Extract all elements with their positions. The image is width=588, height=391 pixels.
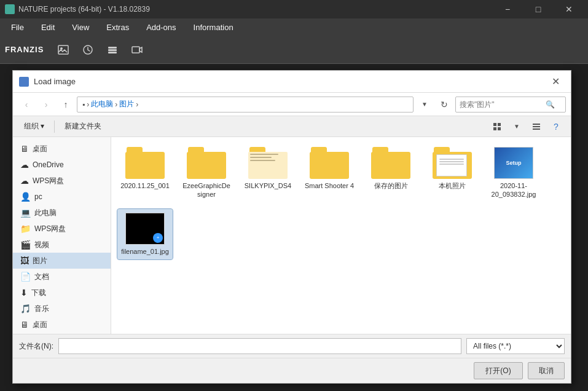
path-segment-root: ▪ [82,100,85,109]
sidebar-item-onedrive[interactable]: ☁ OneDrive [13,157,111,173]
file-toolbar: 组织 ▾ 新建文件夹 ▼ [13,116,571,137]
dialog-close-button[interactable]: ✕ [546,73,565,91]
addressbar: ‹ › ↑ ▪ › 此电脑 › 图片 › ▼ ↻ 🔍 [13,93,571,116]
file-name-label: 保存的图片 [374,181,408,190]
list-item[interactable]: SILKYPIX_DS4 [240,143,296,203]
dialog-title-label: Load image [34,77,546,86]
menu-information[interactable]: Information [185,20,242,34]
video-icon: 🎬 [20,240,31,250]
search-icon[interactable]: 🔍 [546,100,555,109]
svg-rect-3 [108,47,117,49]
sidebar-desktop-label: 桌面 [33,144,47,154]
list-item[interactable]: + filename_01.jpg [117,209,173,259]
file-name-label: EzeeGraphicDesigner [181,181,232,199]
svg-rect-8 [498,123,501,126]
view-dropdown-button[interactable]: ▼ [508,118,525,135]
sidebar-item-this-pc[interactable]: 💻 此电脑 [13,205,111,221]
titlebar: NATURE projects (64-bit) - V1.18.02839 −… [0,0,588,18]
svg-rect-12 [533,126,540,127]
this-pc-icon: 💻 [20,208,31,218]
sidebar-item-documents[interactable]: 📄 文档 [13,269,111,285]
wps-cloud-icon: ☁ [20,176,29,186]
wps-disk-icon: 📁 [20,224,31,234]
address-path[interactable]: ▪ › 此电脑 › 图片 › [77,97,414,113]
dialog-titlebar: Load image ✕ [13,71,571,93]
folder-body [187,152,226,179]
sidebar-music-label: 音乐 [34,304,49,314]
dialog-bottom-filename: 文件名(N): All files (*.*) [13,334,571,358]
toolbar-video-btn[interactable] [126,39,148,61]
folder-icon [433,147,472,179]
folder-body [248,152,288,179]
organize-button[interactable]: 组织 ▾ [19,119,49,135]
svg-rect-9 [493,127,496,130]
sidebar-item-video[interactable]: 🎬 视频 [13,237,111,253]
music-icon: 🎵 [20,304,31,314]
close-button[interactable]: ✕ [555,0,583,18]
search-box: 🔍 [455,97,566,113]
dialog-icon [19,77,29,87]
svg-rect-4 [108,49,117,51]
file-area[interactable]: 2020.11.25_001 EzeeGraphicDesigner [111,137,571,334]
list-item[interactable]: 本机照片 [425,143,480,203]
svg-rect-0 [58,45,68,54]
sidebar-item-pictures[interactable]: 🖼 图片 [13,253,111,269]
search-input[interactable] [460,100,546,109]
filename-input[interactable] [58,338,461,354]
minimize-button[interactable]: − [493,0,522,18]
sidebar-item-wps-cloud[interactable]: ☁ WPS网盘 [13,173,111,189]
help-button[interactable]: ? [547,118,565,135]
nav-back-button[interactable]: ‹ [18,96,35,113]
nav-up-button[interactable]: ↑ [57,96,74,113]
dropdown-arrow-btn[interactable]: ▼ [416,96,433,113]
menu-extras[interactable]: Extras [98,20,138,34]
sidebar-item-music[interactable]: 🎵 音乐 [13,301,111,317]
sidebar-item-desktop2[interactable]: 🖥 桌面 [13,317,111,333]
menu-file[interactable]: File [2,20,33,34]
sidebar-item-downloads[interactable]: ⬇ 下载 [13,285,111,301]
desktop2-icon: 🖥 [20,320,29,330]
path-segment-pictures[interactable]: 图片 [119,99,134,109]
window-controls: − □ ✕ [493,0,583,18]
filetype-select[interactable]: All files (*.*) [466,338,565,354]
toolbar-image-btn[interactable] [52,39,74,61]
list-item[interactable]: Smart Shooter 4 [302,143,357,203]
folder-body [371,152,410,179]
toolbar-layers-btn[interactable] [101,39,123,61]
list-item[interactable]: 保存的图片 [363,143,418,203]
desktop-icon: 🖥 [20,144,29,154]
list-item[interactable]: Setup 2020-11-20_093832.jpg [486,143,541,203]
folder-body [310,152,349,179]
menu-addons[interactable]: Add-ons [138,20,184,34]
list-item[interactable]: EzeeGraphicDesigner [179,143,234,203]
list-item[interactable]: 2020.11.25_001 [117,143,173,203]
dialog-bottom-buttons: 打开(O) 取消 [13,358,571,383]
sidebar: 🖥 桌面 ☁ OneDrive ☁ WPS网盘 👤 pc 💻 此电脑 [13,137,111,334]
new-folder-button[interactable]: 新建文件夹 [60,119,106,135]
file-name-label: SILKYPIX_DS4 [245,181,291,190]
refresh-button[interactable]: ↻ [436,96,453,113]
path-segment-pc[interactable]: 此电脑 [91,99,113,109]
toolbar-separator [54,120,55,133]
maximize-button[interactable]: □ [524,0,552,18]
sidebar-this-pc-label: 此电脑 [34,208,57,218]
view-grid-button[interactable] [488,118,506,135]
app-icon [5,4,15,14]
toolbar-history-btn[interactable] [77,39,99,61]
menu-view[interactable]: View [63,20,98,34]
view-controls: ▼ ? [488,118,565,135]
view-details-button[interactable] [528,118,545,135]
dialog-body: 🖥 桌面 ☁ OneDrive ☁ WPS网盘 👤 pc 💻 此电脑 [13,137,571,334]
sidebar-item-wps-disk[interactable]: 📁 WPS网盘 [13,221,111,237]
dialog-overlay: Load image ✕ ‹ › ↑ ▪ › 此电脑 › 图片 › ▼ ↻ 🔍 [0,64,588,391]
svg-rect-7 [493,123,496,126]
menu-edit[interactable]: Edit [33,20,63,34]
file-overlay-icon: + [153,233,163,243]
open-button[interactable]: 打开(O) [474,362,523,379]
nav-forward-button[interactable]: › [37,96,55,113]
sidebar-item-desktop[interactable]: 🖥 桌面 [13,141,111,157]
cancel-button[interactable]: 取消 [528,362,565,379]
sidebar-wps-cloud-label: WPS网盘 [33,176,64,186]
sidebar-item-pc[interactable]: 👤 pc [13,189,111,205]
app-title: NATURE projects (64-bit) - V1.18.02839 [18,5,493,14]
